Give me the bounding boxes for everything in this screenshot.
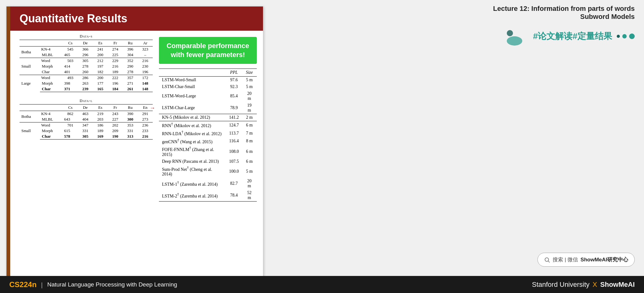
decoration-row: #论文解读#定量结果: [279, 27, 635, 46]
main-container: Quantitative Results Data-s Cs: [0, 0, 644, 293]
ppl-col-model: [159, 69, 226, 77]
bottom-bar: CS224n | Natural Language Processing wit…: [0, 276, 644, 293]
cell: 186: [93, 122, 108, 128]
size-val: 6 m: [242, 145, 257, 158]
cell: 216: [138, 134, 153, 140]
model-mlbl: MLBL: [40, 52, 63, 58]
col-cs: Cs: [63, 104, 78, 111]
col-ar: Ar: [138, 40, 153, 47]
cell: 165: [93, 86, 108, 92]
cell: 396: [123, 47, 138, 52]
ppl-val: 100.0: [226, 165, 242, 178]
cell: 390: [123, 111, 138, 117]
cell: 200: [93, 52, 108, 58]
table-row: Large Word 493 286 200 222 357 172: [20, 75, 153, 81]
size-val: 52 m: [242, 189, 257, 202]
cell: 304: [123, 52, 138, 58]
cell: 366: [78, 47, 93, 52]
table-row: → LSTM-Char-Large 78.9 19 m: [159, 102, 257, 114]
table-row: Deep RNN (Pascanu et al. 2013) 107.5 6 m: [159, 158, 257, 165]
model-word: Word: [40, 58, 63, 64]
table-row: Botha KN-4 545 366 241 274 396 323: [20, 47, 153, 52]
right-panel: Lecture 12: Information from parts of wo…: [269, 0, 644, 293]
ppl-val: 92.3: [226, 83, 242, 90]
cell: 219: [93, 111, 108, 117]
hashtag-text: #论文解读#定量结果: [533, 30, 612, 42]
cell-bold: 148: [138, 86, 153, 92]
university-name: Stanford University: [532, 281, 589, 289]
cell: 465: [63, 52, 78, 58]
cell: 615: [63, 128, 78, 134]
search-box[interactable]: 搜索 | 微信 ShowMeAI研究中心: [537, 253, 635, 267]
col-es: Es: [93, 40, 108, 47]
size-val: 8 m: [242, 137, 257, 145]
model-mlbl: MLBL: [40, 117, 63, 122]
cell: 184: [108, 86, 123, 92]
bottom-right: Stanford University X ShowMeAI: [532, 281, 635, 289]
cell: 241: [93, 47, 108, 52]
cell: 274: [108, 47, 123, 52]
bottom-left: CS224n | Natural Language Processing wit…: [9, 280, 177, 289]
ppl-val: 116.4: [226, 137, 242, 145]
bar-separator: |: [41, 281, 42, 289]
data-l-table: Data-l Cs De Es Fr Ru En: [20, 98, 153, 140]
group-botha: Botha: [20, 111, 40, 122]
model-word: Word: [40, 75, 63, 81]
col-ru: Ru: [123, 40, 138, 47]
cell: 331: [78, 128, 93, 134]
table-row: Small Word 701 347 186 202 353 236: [20, 122, 153, 128]
cell: 401: [63, 69, 78, 75]
size-val: 6 m: [242, 158, 257, 165]
brand-name: ShowMeAI: [600, 281, 635, 289]
group-large: Large: [20, 75, 40, 92]
ppl-val: 107.5: [226, 158, 242, 165]
model-name: RNN† (Mikolov et al. 2012): [159, 121, 226, 129]
cell: 643: [63, 117, 78, 122]
cell: 305: [78, 134, 93, 140]
size-val: 19 m: [242, 102, 257, 114]
tables-section: Data-s Cs De Es Fr Ru Ar: [20, 34, 153, 278]
data-s-caption: Data-s: [20, 34, 153, 40]
cell: 347: [78, 122, 93, 128]
model-name: KN-5 (Mikolov et al. 2012): [159, 114, 226, 121]
model-char: Char: [40, 86, 63, 92]
ppl-val: 82.7: [226, 178, 242, 189]
ppl-table: PPL Size LSTM-Word-Small 97.6 5 m: [159, 69, 257, 202]
slide-content: Quantitative Results Data-s Cs: [10, 7, 263, 293]
cell: 545: [63, 47, 78, 52]
slide-title: Quantitative Results: [20, 12, 254, 25]
data-s-table: Data-s Cs De Es Fr Ru Ar: [20, 34, 153, 92]
ppl-val: 78.4: [226, 189, 242, 202]
cell: 404: [78, 117, 93, 122]
search-separator: 搜索 | 微信: [553, 256, 578, 263]
cell: 216: [108, 64, 123, 69]
model-name: Sum-Prod Net† (Cheng et al. 2014): [159, 165, 226, 178]
decoration-dots: [617, 33, 635, 39]
model-morph: Morph: [40, 81, 63, 86]
ppl-val: 85.4: [226, 90, 242, 102]
svg-line-3: [548, 261, 550, 262]
model-name: → LSTM-Char-Large: [159, 102, 226, 114]
cell: 313: [123, 134, 138, 140]
size-val: 6 m: [242, 121, 257, 129]
cell: 225: [108, 52, 123, 58]
cell: 323: [138, 47, 153, 52]
cell: 190: [108, 134, 123, 140]
ppl-val: 124.7: [226, 121, 242, 129]
cell: 227: [108, 117, 123, 122]
col-fr: Fr: [108, 40, 123, 47]
ppl-val: 78.9: [226, 102, 242, 114]
search-icon: [544, 257, 550, 263]
cell: 271: [123, 81, 138, 86]
size-val: 2 m: [242, 114, 257, 121]
col-de: De: [78, 40, 93, 47]
course-code: CS224n: [9, 280, 37, 289]
cell: 273: [138, 117, 153, 122]
size-val: 20 m: [242, 90, 257, 102]
ppl-val: 141.2: [226, 114, 242, 121]
model-morph: Morph: [40, 64, 63, 69]
table-row: FOFE-FNNLM† (Zhang et al. 2015) 108.0 6 …: [159, 145, 257, 158]
model-name: LSTM-Char-Small: [159, 83, 226, 90]
cell: 200: [93, 75, 108, 81]
model-word: Word: [40, 122, 63, 128]
